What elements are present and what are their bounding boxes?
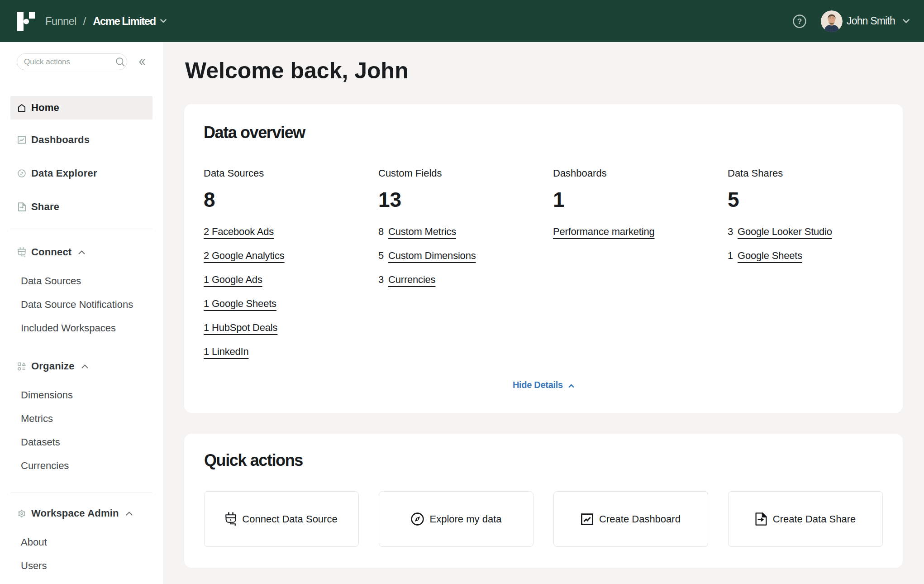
svg-text:?: ? <box>797 17 802 26</box>
